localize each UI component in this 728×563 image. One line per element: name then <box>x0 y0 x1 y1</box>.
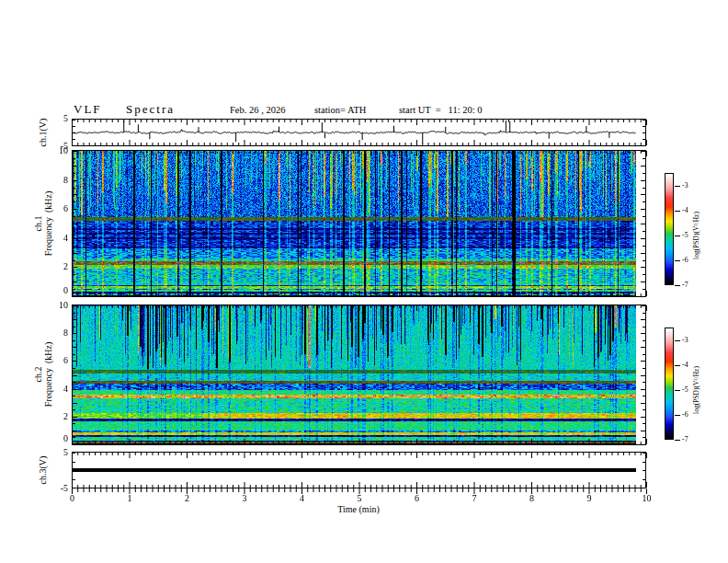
ch3v-tick-5: 5 <box>46 447 68 458</box>
ch1f-tick-6: 6 <box>46 203 68 214</box>
time-tick-3: 3 <box>243 493 247 504</box>
ch1v-tick-5: 5 <box>46 113 68 124</box>
ch1f-tick-0: 0 <box>46 285 68 296</box>
time-tick-1: 1 <box>128 493 132 504</box>
colorbar-2-tick--4: -4 <box>682 361 688 370</box>
time-tick-8: 8 <box>529 493 534 504</box>
ch2f-axis-label-line2: Frequency (kHz) <box>43 342 53 408</box>
colorbar-1-tick-mark <box>675 236 680 236</box>
ch2f-axis-label: ch.2Frequency (kHz) <box>33 342 53 408</box>
ch3-waveform-panel <box>72 452 646 488</box>
time-tick-4: 4 <box>300 493 304 504</box>
colorbar-1-tick--7: -7 <box>682 281 688 290</box>
ch2f-tick-10: 10 <box>46 300 68 311</box>
ch2f-tick-6: 6 <box>46 355 68 366</box>
ch1f-axis-label: ch.1Frequency (kHz) <box>33 191 53 257</box>
ch2f-tick-4: 4 <box>46 384 68 395</box>
colorbar-1-tick-mark <box>675 260 680 261</box>
ch2f-tick-2: 2 <box>46 411 68 422</box>
date-label: Feb. 26 , 2026 <box>230 105 285 115</box>
ch1f-tick-10: 10 <box>46 145 68 156</box>
page-title: VLF Spectra <box>74 102 175 117</box>
colorbar-1-tick--5: -5 <box>682 231 688 240</box>
colorbar-2-label: log(PSD)(V²/Hz) <box>692 366 700 414</box>
ch1f-tick-8: 8 <box>46 175 68 186</box>
colorbar-1-tick-mark <box>675 211 680 212</box>
time-tick-9: 9 <box>587 493 592 504</box>
colorbar-1-tick--4: -4 <box>682 206 688 215</box>
ch2f-tick-0: 0 <box>46 433 68 444</box>
vlf-spectra-figure: VLF Spectra Feb. 26 , 2026 station= ATH … <box>0 0 728 563</box>
station-label: station= ATH <box>314 105 366 115</box>
time-tick-5: 5 <box>358 493 362 504</box>
colorbar-2-tick--6: -6 <box>682 410 688 419</box>
ch1-spectrogram-panel <box>72 150 646 297</box>
time-tick-2: 2 <box>185 493 189 504</box>
colorbar-1 <box>665 173 674 285</box>
ch2-spectrogram-canvas <box>73 305 645 444</box>
colorbar-2-tick-mark <box>675 365 680 366</box>
ch3v-axis-label: ch.3(V) <box>38 456 48 485</box>
colorbar-1-label: log(PSD)(V²/Hz) <box>692 212 700 259</box>
colorbar-2-tick--3: -3 <box>682 336 688 345</box>
ch1f-tick-4: 4 <box>46 233 68 244</box>
ch2f-tick-8: 8 <box>46 327 68 339</box>
colorbar-2-tick-mark <box>675 340 680 341</box>
colorbar-2-tick-mark <box>675 415 680 416</box>
ch1f-axis-label-line2: Frequency (kHz) <box>43 191 53 257</box>
ch1-spectrogram-canvas <box>73 151 645 296</box>
ch3v-tick--5: -5 <box>46 483 68 494</box>
time-tick-6: 6 <box>415 493 419 504</box>
ch2-spectrogram-panel <box>72 304 646 445</box>
colorbar-2-tick-mark <box>675 390 680 391</box>
time-tick-10: 10 <box>643 493 652 504</box>
colorbar-2-tick--5: -5 <box>682 385 688 395</box>
time-tick-7: 7 <box>472 493 477 504</box>
ch2f-axis-label-line1: ch.2 <box>33 367 43 383</box>
ch1f-axis-label-line1: ch.1 <box>33 216 43 232</box>
colorbar-2 <box>665 327 674 440</box>
ch1-waveform-panel <box>72 119 646 146</box>
time-axis-label: Time (min) <box>337 504 379 514</box>
colorbar-2-tick--7: -7 <box>682 435 688 444</box>
ch1f-tick-2: 2 <box>46 261 68 272</box>
colorbar-1-tick-mark <box>675 186 680 187</box>
time-tick-0: 0 <box>70 493 74 504</box>
colorbar-1-tick-mark <box>675 285 680 286</box>
colorbar-1-tick--3: -3 <box>682 181 688 190</box>
start-ut-label: start UT = 11: 20: 0 <box>399 105 483 115</box>
colorbar-1-tick--6: -6 <box>682 256 688 265</box>
colorbar-2-tick-mark <box>675 440 680 441</box>
